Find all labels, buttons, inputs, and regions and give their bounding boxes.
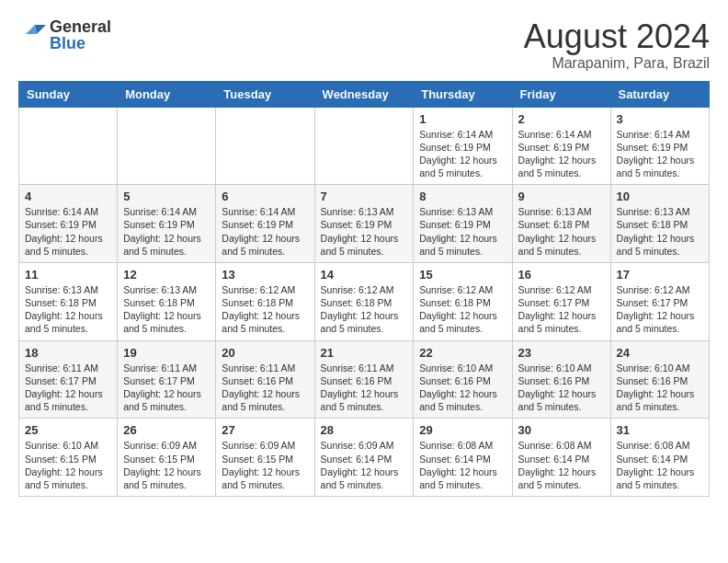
calendar-cell: 19Sunrise: 6:11 AM Sunset: 6:17 PM Dayli… (118, 340, 216, 419)
day-info: Sunrise: 6:10 AM Sunset: 6:15 PM Dayligh… (25, 439, 111, 491)
day-info: Sunrise: 6:12 AM Sunset: 6:17 PM Dayligh… (518, 283, 605, 336)
day-number: 2 (518, 112, 605, 126)
day-info: Sunrise: 6:14 AM Sunset: 6:19 PM Dayligh… (617, 128, 703, 180)
calendar-cell: 29Sunrise: 6:08 AM Sunset: 6:14 PM Dayli… (414, 419, 512, 497)
column-header-tuesday: Tuesday (216, 81, 314, 107)
calendar-week-row: 18Sunrise: 6:11 AM Sunset: 6:17 PM Dayli… (19, 340, 710, 419)
day-number: 23 (518, 346, 605, 360)
day-info: Sunrise: 6:12 AM Sunset: 6:17 PM Dayligh… (617, 283, 703, 336)
logo-icon (18, 21, 46, 49)
calendar-cell: 15Sunrise: 6:12 AM Sunset: 6:18 PM Dayli… (414, 262, 512, 340)
calendar-cell: 8Sunrise: 6:13 AM Sunset: 6:19 PM Daylig… (414, 185, 512, 263)
calendar-cell: 24Sunrise: 6:10 AM Sunset: 6:16 PM Dayli… (610, 340, 709, 419)
day-number: 30 (518, 423, 605, 437)
calendar-cell: 31Sunrise: 6:08 AM Sunset: 6:14 PM Dayli… (610, 419, 709, 497)
day-number: 11 (25, 268, 111, 282)
logo: General Blue (18, 18, 111, 52)
day-info: Sunrise: 6:10 AM Sunset: 6:16 PM Dayligh… (518, 362, 605, 414)
column-header-monday: Monday (118, 81, 216, 107)
column-header-thursday: Thursday (414, 81, 512, 107)
page-header: General Blue August 2024 Marapanim, Para… (18, 18, 710, 72)
logo-general: General (50, 18, 111, 35)
calendar-cell: 30Sunrise: 6:08 AM Sunset: 6:14 PM Dayli… (512, 419, 610, 497)
calendar-header-row: SundayMondayTuesdayWednesdayThursdayFrid… (19, 81, 710, 107)
column-header-friday: Friday (512, 81, 610, 107)
calendar-cell: 2Sunrise: 6:14 AM Sunset: 6:19 PM Daylig… (512, 107, 610, 185)
day-info: Sunrise: 6:13 AM Sunset: 6:18 PM Dayligh… (25, 283, 111, 336)
day-number: 14 (321, 268, 408, 282)
day-info: Sunrise: 6:10 AM Sunset: 6:16 PM Dayligh… (617, 362, 703, 414)
calendar-cell: 5Sunrise: 6:14 AM Sunset: 6:19 PM Daylig… (118, 185, 216, 263)
day-info: Sunrise: 6:08 AM Sunset: 6:14 PM Dayligh… (419, 439, 506, 491)
calendar-cell: 4Sunrise: 6:14 AM Sunset: 6:19 PM Daylig… (19, 185, 118, 263)
day-number: 21 (321, 346, 408, 360)
calendar-cell: 20Sunrise: 6:11 AM Sunset: 6:16 PM Dayli… (216, 340, 314, 419)
day-info: Sunrise: 6:11 AM Sunset: 6:16 PM Dayligh… (222, 362, 308, 414)
calendar-cell: 9Sunrise: 6:13 AM Sunset: 6:18 PM Daylig… (512, 185, 610, 263)
day-number: 20 (222, 346, 308, 360)
calendar-week-row: 11Sunrise: 6:13 AM Sunset: 6:18 PM Dayli… (19, 262, 710, 340)
day-info: Sunrise: 6:14 AM Sunset: 6:19 PM Dayligh… (25, 205, 111, 258)
day-info: Sunrise: 6:14 AM Sunset: 6:19 PM Dayligh… (419, 128, 506, 180)
calendar-cell: 7Sunrise: 6:13 AM Sunset: 6:19 PM Daylig… (314, 185, 414, 263)
logo-blue: Blue (50, 35, 111, 52)
day-number: 12 (123, 268, 210, 282)
day-info: Sunrise: 6:09 AM Sunset: 6:15 PM Dayligh… (222, 439, 308, 491)
day-number: 4 (25, 190, 111, 203)
day-number: 25 (25, 423, 111, 437)
day-info: Sunrise: 6:11 AM Sunset: 6:16 PM Dayligh… (321, 362, 408, 414)
day-number: 15 (419, 268, 506, 282)
calendar-week-row: 1Sunrise: 6:14 AM Sunset: 6:19 PM Daylig… (19, 107, 710, 185)
day-info: Sunrise: 6:12 AM Sunset: 6:18 PM Dayligh… (321, 283, 408, 336)
day-number: 9 (518, 190, 605, 203)
calendar-cell: 12Sunrise: 6:13 AM Sunset: 6:18 PM Dayli… (118, 262, 216, 340)
title-area: August 2024 Marapanim, Para, Brazil (524, 18, 710, 72)
calendar-table: SundayMondayTuesdayWednesdayThursdayFrid… (18, 81, 710, 497)
calendar-cell: 10Sunrise: 6:13 AM Sunset: 6:18 PM Dayli… (610, 185, 709, 263)
day-info: Sunrise: 6:13 AM Sunset: 6:18 PM Dayligh… (123, 283, 210, 336)
calendar-cell (314, 107, 414, 185)
calendar-cell (216, 107, 314, 185)
calendar-cell (19, 107, 118, 185)
day-info: Sunrise: 6:12 AM Sunset: 6:18 PM Dayligh… (419, 283, 506, 336)
day-info: Sunrise: 6:11 AM Sunset: 6:17 PM Dayligh… (25, 362, 111, 414)
day-info: Sunrise: 6:09 AM Sunset: 6:14 PM Dayligh… (321, 439, 408, 491)
day-number: 31 (617, 423, 703, 437)
day-info: Sunrise: 6:09 AM Sunset: 6:15 PM Dayligh… (123, 439, 210, 491)
day-number: 7 (321, 190, 408, 203)
day-number: 19 (123, 346, 210, 360)
day-info: Sunrise: 6:12 AM Sunset: 6:18 PM Dayligh… (222, 283, 308, 336)
column-header-wednesday: Wednesday (314, 81, 414, 107)
calendar-cell: 27Sunrise: 6:09 AM Sunset: 6:15 PM Dayli… (216, 419, 314, 497)
day-number: 18 (25, 346, 111, 360)
day-number: 5 (123, 190, 210, 203)
day-number: 17 (617, 268, 703, 282)
day-number: 13 (222, 268, 308, 282)
location: Marapanim, Para, Brazil (524, 55, 710, 72)
calendar-cell: 26Sunrise: 6:09 AM Sunset: 6:15 PM Dayli… (118, 419, 216, 497)
day-number: 26 (123, 423, 210, 437)
svg-marker-0 (35, 25, 46, 34)
calendar-cell: 22Sunrise: 6:10 AM Sunset: 6:16 PM Dayli… (414, 340, 512, 419)
day-info: Sunrise: 6:08 AM Sunset: 6:14 PM Dayligh… (518, 439, 605, 491)
calendar-week-row: 25Sunrise: 6:10 AM Sunset: 6:15 PM Dayli… (19, 419, 710, 497)
calendar-cell: 11Sunrise: 6:13 AM Sunset: 6:18 PM Dayli… (19, 262, 118, 340)
day-info: Sunrise: 6:10 AM Sunset: 6:16 PM Dayligh… (419, 362, 506, 414)
calendar-cell: 13Sunrise: 6:12 AM Sunset: 6:18 PM Dayli… (216, 262, 314, 340)
day-number: 27 (222, 423, 308, 437)
month-year: August 2024 (524, 18, 710, 55)
column-header-saturday: Saturday (610, 81, 709, 107)
logo-text: General Blue (50, 18, 111, 52)
day-number: 16 (518, 268, 605, 282)
day-number: 28 (321, 423, 408, 437)
calendar-week-row: 4Sunrise: 6:14 AM Sunset: 6:19 PM Daylig… (19, 185, 710, 263)
day-info: Sunrise: 6:08 AM Sunset: 6:14 PM Dayligh… (617, 439, 703, 491)
calendar-cell: 28Sunrise: 6:09 AM Sunset: 6:14 PM Dayli… (314, 419, 414, 497)
calendar-cell: 16Sunrise: 6:12 AM Sunset: 6:17 PM Dayli… (512, 262, 610, 340)
calendar-cell: 25Sunrise: 6:10 AM Sunset: 6:15 PM Dayli… (19, 419, 118, 497)
calendar-cell (118, 107, 216, 185)
day-info: Sunrise: 6:11 AM Sunset: 6:17 PM Dayligh… (123, 362, 210, 414)
calendar-cell: 18Sunrise: 6:11 AM Sunset: 6:17 PM Dayli… (19, 340, 118, 419)
day-number: 3 (617, 112, 703, 126)
day-number: 8 (419, 190, 506, 203)
